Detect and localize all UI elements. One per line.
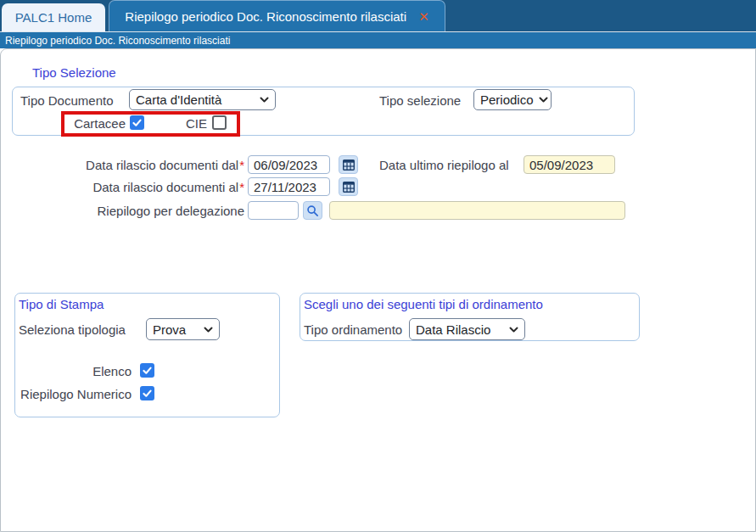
riepilogo-numerico-checkbox[interactable] — [140, 386, 154, 400]
search-icon[interactable] — [303, 201, 322, 220]
tab-palc1-home[interactable]: PALC1 Home — [2, 3, 105, 31]
seleziona-tipologia-value: Prova — [153, 322, 186, 337]
tab-riepilogo-periodico[interactable]: Riepilogo periodico Doc. Riconoscimento … — [109, 0, 445, 31]
cartacee-label: Cartacee — [64, 116, 126, 131]
section-title-tipo-selezione: Tipo Selezione — [32, 65, 116, 80]
tab-palc1-home-label: PALC1 Home — [15, 10, 92, 25]
calendar-icon[interactable] — [339, 155, 358, 174]
tipo-ordinamento-label: Tipo ordinamento — [304, 322, 402, 337]
data-ultimo-riepilogo-field — [524, 155, 615, 174]
chevron-down-icon — [260, 97, 269, 103]
tipo-documento-value: Carta d'Identità — [136, 92, 221, 107]
cie-checkbox[interactable] — [212, 115, 227, 130]
data-rilascio-al-input[interactable] — [248, 177, 330, 196]
required-asterisk: * — [239, 158, 244, 172]
riepilogo-numerico-label: Riepilogo Numerico — [12, 387, 132, 401]
seleziona-tipologia-select[interactable]: Prova — [146, 318, 220, 340]
cartacee-checkbox[interactable] — [130, 115, 144, 130]
cie-label: CIE — [170, 116, 207, 131]
app-window: PALC1 Home Riepilogo periodico Doc. Rico… — [0, 0, 756, 532]
tipo-documento-select[interactable]: Carta d'Identità — [129, 89, 276, 110]
ordinamento-legend: Scegli uno dei seguenti tipi di ordiname… — [304, 297, 543, 311]
required-asterisk: * — [239, 180, 244, 194]
delegazione-description-field — [329, 201, 625, 220]
close-tab-icon[interactable]: ✕ — [418, 10, 429, 23]
elenco-checkbox[interactable] — [140, 363, 154, 378]
tipo-selezione-value: Periodico — [480, 92, 534, 107]
chevron-down-icon — [539, 97, 548, 103]
data-rilascio-dal-label: Data rilascio documenti dal* — [15, 158, 244, 172]
tipo-selezione-label: Tipo selezione — [379, 93, 461, 108]
seleziona-tipologia-label: Seleziona tipologia — [19, 322, 126, 337]
elenco-label: Elenco — [47, 364, 132, 378]
tab-bar: PALC1 Home Riepilogo periodico Doc. Rico… — [0, 0, 756, 31]
chevron-down-icon — [509, 327, 518, 333]
riepilogo-delegazione-label: Riepilogo per delegazione — [15, 204, 244, 218]
tipo-di-stampa-legend: Tipo di Stampa — [19, 297, 104, 311]
calendar-icon[interactable] — [339, 177, 358, 196]
delegazione-code-input[interactable] — [248, 201, 299, 220]
tipo-documento-label: Tipo Documento — [20, 93, 114, 108]
chevron-down-icon — [204, 327, 213, 333]
tab-riepilogo-label: Riepilogo periodico Doc. Riconoscimento … — [125, 9, 406, 24]
tipo-ordinamento-value: Data Rilascio — [416, 322, 490, 337]
tipo-ordinamento-select[interactable]: Data Rilascio — [409, 318, 525, 340]
tipo-selezione-select[interactable]: Periodico — [473, 89, 552, 110]
data-rilascio-dal-input[interactable] — [248, 155, 330, 174]
breadcrumb: Riepilogo periodico Doc. Riconoscimento … — [0, 31, 756, 48]
data-ultimo-riepilogo-label: Data ultimo riepilogo al — [379, 158, 509, 172]
data-rilascio-al-label: Data rilascio documenti al* — [15, 180, 244, 194]
breadcrumb-title: Riepilogo periodico Doc. Riconoscimento … — [5, 35, 230, 47]
